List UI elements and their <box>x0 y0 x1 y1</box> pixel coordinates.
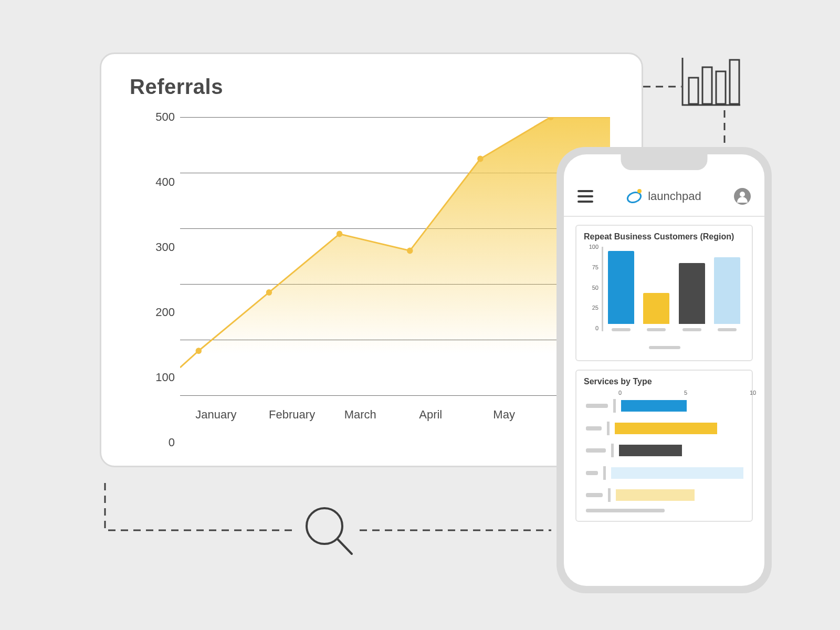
referrals-y-tick: 200 <box>138 306 175 319</box>
services-chart: 0510 <box>586 392 743 512</box>
services-bar <box>615 423 717 434</box>
referrals-x-tick: May <box>493 408 515 422</box>
referrals-y-tick: 400 <box>138 175 175 189</box>
hamburger-icon[interactable] <box>578 190 593 203</box>
phone-mockup: launchpad Repeat Business Customers (Reg… <box>556 147 772 593</box>
svg-point-2 <box>337 231 342 237</box>
repeat-customers-bar <box>643 293 669 324</box>
services-bar <box>619 445 682 456</box>
services-bar <box>611 467 743 479</box>
svg-point-3 <box>407 247 413 254</box>
brand-text: launchpad <box>648 190 701 203</box>
services-card: Services by Type 0510 <box>575 370 753 522</box>
phone-notch <box>621 154 708 170</box>
phone-header: launchpad <box>564 182 764 211</box>
svg-point-7 <box>637 189 642 193</box>
bar-chart-icon <box>681 58 740 106</box>
svg-rect-9 <box>702 67 712 104</box>
magnifier-icon <box>299 504 357 562</box>
referrals-y-tick: 500 <box>138 110 175 124</box>
svg-line-13 <box>338 539 352 554</box>
svg-rect-8 <box>689 78 698 104</box>
referrals-x-tick: February <box>269 408 315 422</box>
services-title: Services by Type <box>584 377 744 386</box>
repeat-customers-bar <box>714 257 740 324</box>
repeat-customers-bar <box>679 263 705 324</box>
repeat-customers-chart: 0255075100 <box>587 247 742 349</box>
referrals-y-tick: 100 <box>138 371 175 384</box>
referrals-x-tick: January <box>195 408 236 422</box>
referrals-chart: 0100200300400500 JanuaryFebruaryMarchApr… <box>138 117 610 443</box>
launchpad-icon <box>626 188 644 204</box>
svg-point-4 <box>477 156 483 162</box>
svg-rect-10 <box>716 71 726 104</box>
avatar-icon[interactable] <box>734 188 751 205</box>
svg-point-1 <box>266 289 272 296</box>
repeat-customers-card: Repeat Business Customers (Region) 02550… <box>575 225 753 361</box>
repeat-customers-title: Repeat Business Customers (Region) <box>584 232 744 242</box>
repeat-customers-bar <box>608 251 634 324</box>
brand-logo[interactable]: launchpad <box>626 188 701 204</box>
services-bar <box>616 489 695 501</box>
services-bar <box>621 400 687 412</box>
referrals-title: Referrals <box>130 75 615 99</box>
svg-point-0 <box>196 348 202 354</box>
referrals-y-tick: 300 <box>138 240 175 254</box>
svg-rect-11 <box>730 60 739 104</box>
referrals-y-tick: 0 <box>138 436 175 449</box>
referrals-x-tick: April <box>419 408 442 422</box>
referrals-x-tick: March <box>344 408 376 422</box>
